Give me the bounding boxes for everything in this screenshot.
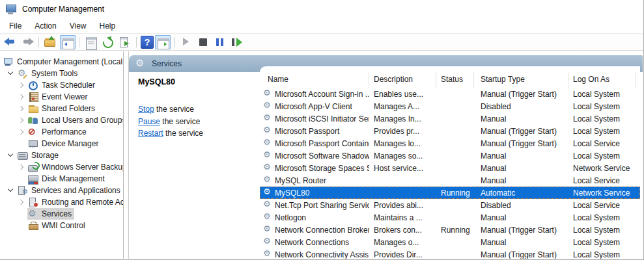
tree-item[interactable]: Routing and Remote Ac: [0, 196, 123, 208]
service-row[interactable]: Network Connection Broker Brokers con...…: [260, 224, 640, 236]
service-name: MySQL80: [275, 187, 309, 199]
menu-item[interactable]: Help: [93, 20, 122, 32]
tree-item[interactable]: Shared Folders: [0, 103, 123, 114]
column-header-startup-type[interactable]: Startup Type: [474, 72, 568, 88]
service-gear-icon: [263, 225, 273, 235]
service-gear-icon: [263, 89, 273, 99]
service-name: Microsoft Storage Spaces S...: [275, 162, 369, 174]
column-header-name[interactable]: Name: [260, 72, 369, 88]
forward-icon[interactable]: [20, 35, 35, 49]
service-name: Microsoft Account Sign-in ...: [275, 88, 369, 100]
tree-expand-chevron-icon[interactable]: [16, 79, 27, 91]
tree-item[interactable]: Task Scheduler: [0, 79, 123, 91]
column-header-status[interactable]: Status: [436, 72, 474, 88]
tree-expand-chevron-icon[interactable]: [16, 103, 27, 114]
service-startup-type: Manual: [474, 237, 568, 248]
tree-expand-chevron-icon[interactable]: [16, 220, 27, 231]
help-icon[interactable]: [141, 36, 154, 49]
tree-item[interactable]: Local Users and Groups: [0, 114, 123, 126]
service-description: Maintains a ...: [369, 212, 436, 224]
tree-item[interactable]: Storage: [0, 150, 123, 161]
tree-expand-chevron-icon[interactable]: [16, 161, 27, 173]
tree-item-label: Routing and Remote Ac: [42, 197, 124, 207]
export-list-icon[interactable]: [117, 35, 133, 49]
show-action-pane-icon[interactable]: [155, 35, 171, 49]
tree-expand-chevron-icon[interactable]: [16, 173, 27, 185]
tree-item[interactable]: Device Manager: [0, 138, 123, 150]
service-row[interactable]: Microsoft iSCSI Initiator Ser... Manages…: [260, 112, 640, 125]
service-action-link[interactable]: Restart: [138, 129, 163, 138]
tree-item-selection: Computer Management (Local: [3, 56, 124, 68]
menu-item[interactable]: View: [63, 20, 93, 32]
back-icon[interactable]: [3, 35, 18, 49]
service-row[interactable]: Microsoft Software Shadow... Manages so.…: [260, 150, 640, 162]
restart-service-icon[interactable]: [229, 35, 245, 49]
service-startup-type: Manual: [474, 212, 568, 224]
tree-item-label: System Tools: [31, 68, 77, 79]
up-one-level-icon[interactable]: [43, 35, 59, 49]
service-row[interactable]: Net.Tcp Port Sharing Service Provides ab…: [260, 199, 640, 211]
tree-expand-chevron-icon[interactable]: [16, 126, 27, 138]
menu-item[interactable]: Action: [28, 20, 63, 32]
show-console-tree-icon[interactable]: [60, 35, 76, 49]
tree-item[interactable]: Computer Management (Local: [0, 56, 123, 68]
refresh-icon[interactable]: [100, 35, 116, 49]
tree-expand-chevron-icon[interactable]: [16, 196, 27, 208]
tree-item-label: Storage: [31, 150, 59, 161]
tree-item-label: Windows Server Backup: [42, 162, 124, 172]
service-row[interactable]: Microsoft Storage Spaces S... Host servi…: [260, 162, 640, 174]
tree-item[interactable]: Windows Server Backup: [0, 161, 123, 173]
service-startup-type: Manual (Trigger Start): [474, 125, 568, 137]
tree-expand-chevron-icon[interactable]: [5, 185, 17, 196]
start-service-icon[interactable]: [178, 35, 194, 49]
service-log-on-as: Local Service: [568, 175, 636, 187]
tree-expand-chevron-icon[interactable]: [16, 138, 27, 150]
tree-expand-chevron-icon[interactable]: [16, 91, 27, 103]
service-action-link[interactable]: Stop: [138, 105, 154, 114]
service-row[interactable]: MySQL80 Running Automatic Network Servic…: [260, 187, 640, 199]
service-startup-type: Automatic: [474, 187, 568, 199]
tree-item[interactable]: Disk Management: [0, 173, 123, 185]
tree-item[interactable]: System Tools: [0, 68, 123, 79]
tree-expand-chevron-icon[interactable]: [5, 150, 17, 161]
menu-item[interactable]: File: [3, 20, 28, 32]
service-row[interactable]: Microsoft App-V Client Manages A... Disa…: [260, 100, 640, 112]
tree-item[interactable]: WMI Control: [0, 220, 123, 231]
service-row[interactable]: Network Connections Manages o... Manual …: [260, 236, 640, 248]
stop-service-icon[interactable]: [195, 35, 211, 49]
tree-expand-chevron-icon[interactable]: [16, 114, 27, 126]
service-action-text: the service: [160, 117, 200, 126]
properties-icon[interactable]: [83, 35, 99, 49]
tree-item[interactable]: Services and Applications: [0, 185, 123, 196]
service-name: Network Connection Broker: [275, 224, 369, 236]
tree-expand-chevron-icon[interactable]: [16, 208, 27, 220]
service-name: Network Connections: [275, 237, 349, 248]
pause-service-icon[interactable]: [212, 35, 228, 49]
service-action-link[interactable]: Pause: [138, 117, 160, 126]
column-header-log-on-as[interactable]: Log On As: [568, 72, 636, 88]
service-row[interactable]: Microsoft Account Sign-in ... Enables us…: [260, 88, 640, 100]
service-name: Net.Tcp Port Sharing Service: [275, 200, 369, 211]
tree-expand-chevron-icon[interactable]: [5, 68, 17, 79]
tree-item-label: Services: [42, 209, 72, 219]
tree-item[interactable]: Performance: [0, 126, 123, 138]
service-row[interactable]: MySQL Router Manual Local Service: [260, 174, 640, 187]
users-icon: [28, 115, 38, 125]
tree-item-selection: Windows Server Backup: [27, 161, 124, 173]
disk-management-icon: [28, 174, 38, 184]
routing-icon: [28, 197, 38, 207]
tree-item-label: Shared Folders: [42, 103, 95, 114]
tree-item-selection: Local Users and Groups: [27, 114, 124, 126]
service-row[interactable]: Netlogon Maintains a ... Manual Local Sy…: [260, 211, 640, 224]
service-row[interactable]: Microsoft Passport Container Manages lo.…: [260, 137, 640, 150]
tree-item-selection: Services and Applications: [17, 185, 123, 196]
service-gear-icon: [263, 237, 273, 247]
service-action-row: Stop the service: [138, 103, 259, 116]
column-header-description[interactable]: Description: [369, 72, 436, 88]
tree-item[interactable]: Services: [0, 208, 123, 220]
tree-item[interactable]: Event Viewer: [0, 91, 123, 103]
service-row[interactable]: Microsoft Passport Provides pr... Manual…: [260, 125, 640, 137]
service-log-on-as: Local System: [568, 125, 636, 137]
service-row[interactable]: Network Connectivity Assis... Provides D…: [260, 248, 640, 259]
services-snapin-pane: Services MySQL80 Stop the service Pause …: [128, 51, 643, 259]
